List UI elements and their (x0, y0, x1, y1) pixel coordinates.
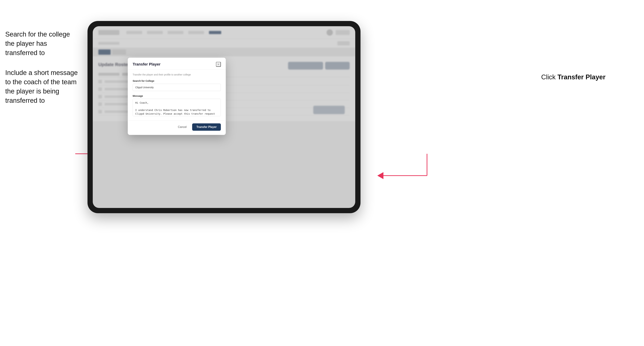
tablet-frame: Update Roster (88, 21, 360, 213)
modal-footer: Cancel Transfer Player (128, 120, 226, 135)
cancel-button[interactable]: Cancel (175, 124, 190, 130)
annotation-search-text: Search for the college the player has tr… (5, 30, 80, 58)
transfer-player-button[interactable]: Transfer Player (192, 123, 221, 131)
transfer-player-modal: Transfer Player × Transfer the player an… (128, 58, 226, 135)
modal-subtitle: Transfer the player and their profile to… (133, 73, 221, 76)
annotation-message-text: Include a short message to the coach of … (5, 68, 80, 105)
modal-body: Transfer the player and their profile to… (128, 70, 226, 120)
modal-title: Transfer Player (133, 62, 160, 67)
tablet-screen: Update Roster (93, 26, 355, 208)
modal-close-button[interactable]: × (216, 62, 221, 67)
message-label: Message (133, 95, 221, 97)
modal-header: Transfer Player × (128, 58, 226, 70)
svg-marker-5 (377, 172, 384, 179)
left-annotations: Search for the college the player has tr… (5, 30, 80, 116)
modal-overlay: Transfer Player × Transfer the player an… (93, 26, 355, 208)
right-annotation: Click Transfer Player (541, 73, 606, 81)
search-college-input[interactable] (133, 84, 221, 91)
message-textarea[interactable]: Hi Coach, I understand Chris Robertson h… (133, 99, 221, 116)
search-college-label: Search for College (133, 79, 221, 82)
annotation-click-transfer: Click Transfer Player (541, 73, 606, 81)
